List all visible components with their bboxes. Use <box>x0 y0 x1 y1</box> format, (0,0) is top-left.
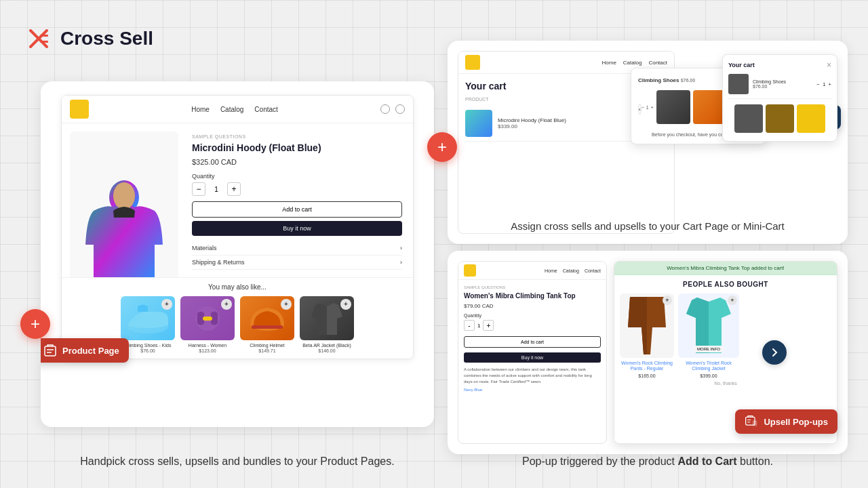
qty-plus-btn[interactable]: + <box>227 182 241 196</box>
add-to-cart-button[interactable]: Add to cart <box>192 201 402 218</box>
mini-product-1 <box>734 104 763 133</box>
add-harness-btn[interactable]: + <box>221 299 232 310</box>
prod-home: Home <box>545 268 557 273</box>
mini-cart-qty-display: − 1 + <box>642 90 654 124</box>
prod-price: $79.00 CAD <box>464 303 601 309</box>
mini-cart-close-icon[interactable]: × <box>827 60 831 70</box>
mini-qty-plus[interactable]: + <box>828 81 831 87</box>
mini-cart-item-price: $76.00 <box>753 84 812 89</box>
add-to-cart-bold: Add to Cart <box>678 455 737 467</box>
also-like-title: You may also like... <box>70 283 405 291</box>
quantity-control: − 1 + <box>192 182 402 196</box>
plus-icon[interactable]: + <box>651 105 654 110</box>
svg-rect-7 <box>252 325 283 329</box>
cart-icon <box>395 104 405 114</box>
right-top-caption: Assign cross sells and upsells to your C… <box>458 219 837 235</box>
helmet-name: Climbing Helmet <box>240 343 294 348</box>
search-icon <box>380 104 390 114</box>
prod-qty-control: - 1 + <box>464 320 601 331</box>
prod-nav-bar: Home Catalog Contact <box>458 262 606 280</box>
plus-icon-right: + <box>437 138 447 157</box>
plus-icon-left: + <box>31 314 40 333</box>
svg-rect-13 <box>753 420 757 426</box>
next-arrow-icon <box>769 347 780 358</box>
prod-buy-now-btn[interactable]: Buy it now <box>464 352 601 363</box>
caption-right-text: Pop-up triggered by the product Add to C… <box>522 455 773 467</box>
minus-icon[interactable]: − <box>642 105 644 110</box>
add-helmet-btn[interactable]: + <box>281 299 292 310</box>
cart-nav-home: Home <box>602 60 616 66</box>
upsell-products-row: + Women's Rock Climbing Pants - Regular … <box>614 293 837 378</box>
product-page-label: Product Page <box>62 346 119 356</box>
qty-minus-btn[interactable]: − <box>192 182 205 196</box>
mini-qty-value: 1 <box>823 81 825 87</box>
list-item: + Climbing Shoes - Kids $76.00 <box>121 296 175 353</box>
prod-contact: Contact <box>585 268 601 273</box>
browser-nav-links: Home Catalog Contact <box>191 106 278 113</box>
mini-cart-qty: − 1 + <box>816 81 831 87</box>
prod-qty-val: 1 <box>477 323 480 329</box>
more-info-button[interactable]: MORE INFO <box>694 346 724 352</box>
prod-catalog: Catalog <box>563 268 579 273</box>
add-shoe-btn[interactable]: + <box>161 299 172 310</box>
mini-cart-header: Your cart × <box>728 60 831 70</box>
no-thanks-link[interactable]: No, thanks <box>614 378 837 388</box>
popup-product-1 <box>656 90 690 124</box>
mini-cart-title: Your cart <box>728 62 755 68</box>
product-page-badge: Product Page <box>41 338 129 363</box>
prod-title: Women's Mibra Climbing Tank Top <box>464 291 601 300</box>
mini-product-3 <box>797 104 825 133</box>
svg-rect-6 <box>203 317 212 321</box>
next-arrow-btn[interactable] <box>762 340 787 365</box>
shoe-price: $76.00 <box>121 348 175 353</box>
mini-cart-products <box>728 104 831 133</box>
harness-price: $123.00 <box>180 348 235 353</box>
prod-content: SAMPLE QUESTIONS Women's Mibra Climbing … <box>458 280 606 397</box>
cart-nav-contact: Contact <box>648 60 667 66</box>
prod-description: A collaboration between our climbers and… <box>464 367 601 385</box>
cart-nav-catalog: Catalog <box>623 60 642 66</box>
product-page-browser: Home Catalog Contact <box>61 95 414 359</box>
add-jacket-btn[interactable]: + <box>340 299 351 310</box>
jacket-name: Beta AR Jacket (Black) <box>300 343 354 348</box>
prod-qty-plus[interactable]: + <box>483 320 494 331</box>
shipping-chevron-icon: › <box>400 259 402 266</box>
qty-display: 1 <box>646 105 649 110</box>
jacket-add-btn[interactable]: + <box>728 296 737 305</box>
mini-qty-minus[interactable]: − <box>816 81 820 87</box>
materials-row: Materials › <box>192 241 402 256</box>
cart-nav-links: Home Catalog Contact <box>602 60 668 66</box>
prod-add-cart-btn[interactable]: Add to cart <box>464 336 601 348</box>
qty-value: 1 <box>210 186 223 193</box>
browser-nav: Home Catalog Contact <box>62 96 413 123</box>
product-badge: SAMPLE QUESTIONS <box>192 134 402 139</box>
buy-now-button[interactable]: Buy it now <box>192 221 402 236</box>
climbing-shoes-label: Climbing Shoes $76.00 <box>638 77 695 83</box>
harness-name: Harness - Women <box>180 343 235 348</box>
right-bottom-caption: Pop-up triggered by the product Add to C… <box>448 455 848 468</box>
materials-chevron-icon: › <box>400 245 402 251</box>
upsell-pops-badge: Upsell Pop-ups <box>735 409 837 434</box>
prod-badge: SAMPLE QUESTIONS <box>464 285 601 289</box>
also-bought-title: PEOPLE ALSO BOUGHT <box>614 275 837 293</box>
mini-cart-item-image <box>728 74 749 94</box>
pants-price: $165.00 <box>620 373 674 378</box>
upsell-icon <box>745 415 758 428</box>
prod-qty-minus[interactable]: - <box>464 320 475 331</box>
prod-color: Navy Blue <box>464 388 601 392</box>
shipping-row: Shipping & Returns › <box>192 256 402 270</box>
list-item: + Beta AR Jacket (Black) $146.00 <box>300 296 354 353</box>
plus-button-left[interactable]: + <box>20 309 50 339</box>
pants-add-btn[interactable]: + <box>663 296 672 305</box>
svg-rect-1 <box>40 41 48 43</box>
upsell-product-jacket: + MORE INFO Women's Triolet Rock Climbin… <box>678 293 739 378</box>
browser-icons <box>380 104 405 114</box>
jacket-price: $146.00 <box>300 348 354 353</box>
plus-button-right[interactable]: + <box>427 132 457 162</box>
cart-item-image <box>465 110 492 137</box>
svg-rect-8 <box>45 346 56 356</box>
prod-qty-label: Quantity <box>464 313 601 318</box>
right-top-caption-text: Assign cross sells and upsells to your C… <box>511 220 785 232</box>
jacket-name: Women's Triolet Rock Climbing Jacket <box>678 361 739 372</box>
list-item: + Climbing Helmet $149.71 <box>240 296 294 353</box>
